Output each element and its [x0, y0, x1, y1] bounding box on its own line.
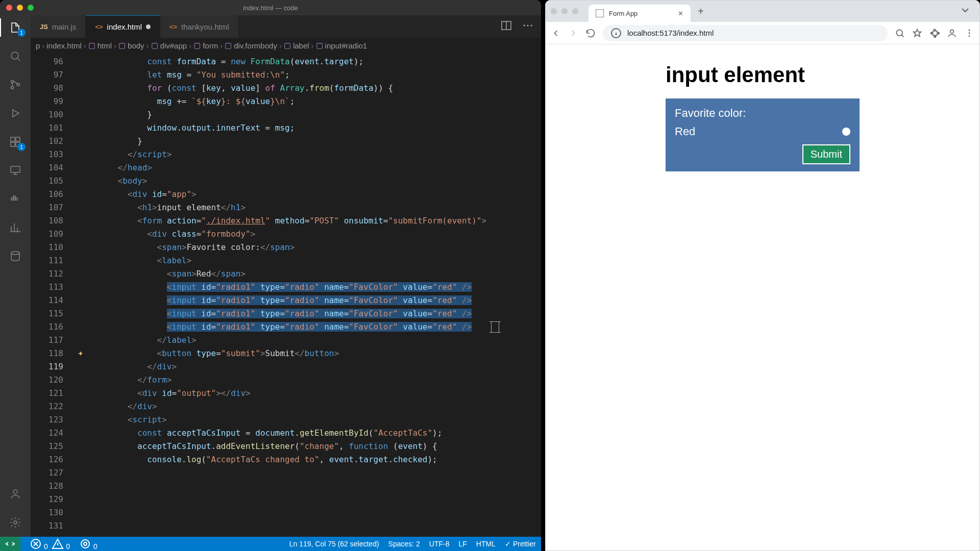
breadcrumb-segment[interactable]: div#app [160, 41, 187, 50]
breadcrumb-segment[interactable]: html [97, 41, 112, 50]
breadcrumb-segment[interactable]: body [128, 41, 144, 50]
tab-thankyou-html[interactable]: <> thankyou.html [160, 15, 239, 38]
breadcrumb-segment[interactable]: label [293, 41, 309, 50]
zoom-icon[interactable] [895, 28, 905, 38]
tab-label: index.html [107, 22, 142, 31]
code-line[interactable]: acceptTaCsInput.addEventListener("change… [98, 440, 541, 453]
svg-point-26 [969, 29, 970, 31]
run-debug-icon[interactable] [8, 106, 22, 120]
extensions-icon[interactable] [929, 28, 940, 38]
js-file-icon: JS [40, 23, 48, 31]
source-control-icon[interactable] [8, 78, 22, 92]
status-ports[interactable]: 0 [79, 538, 97, 550]
docker-icon[interactable] [8, 192, 22, 206]
window-title: index.html — code [243, 4, 298, 12]
account-icon[interactable] [8, 487, 22, 501]
html-file-icon: <> [95, 23, 103, 31]
code-line[interactable]: </label> [98, 334, 541, 347]
more-actions-icon[interactable] [522, 19, 534, 34]
back-icon[interactable] [551, 28, 561, 38]
code-line[interactable]: } [98, 108, 541, 121]
code-line[interactable]: <form action="./index.html" method="POST… [98, 214, 541, 228]
maximize-icon[interactable] [572, 8, 578, 14]
code-line[interactable]: <script> [98, 413, 541, 427]
status-cursor[interactable]: Ln 119, Col 75 (62 selected) [289, 540, 379, 548]
minimize-icon[interactable] [561, 8, 568, 14]
editor[interactable]: 9697989910010110210310410510610710810911… [31, 53, 541, 537]
remote-indicator[interactable] [0, 537, 20, 551]
svg-point-22 [81, 540, 89, 548]
svg-point-2 [11, 87, 14, 89]
browser-tab[interactable]: Form App ✕ [589, 5, 691, 22]
code-line[interactable]: window.output.innerText = msg; [98, 121, 541, 135]
code-line[interactable]: } [98, 135, 541, 148]
status-spaces[interactable]: Spaces: 2 [388, 540, 420, 548]
graph-icon[interactable] [8, 220, 22, 235]
split-editor-icon[interactable] [500, 19, 512, 34]
code-line[interactable]: </form> [98, 373, 541, 387]
radio-option-red[interactable]: Red [675, 125, 850, 138]
code-line[interactable]: const formData = new FormData(event.targ… [98, 55, 541, 68]
code-line[interactable]: </div> [98, 360, 541, 373]
address-bar[interactable]: localhost:5173/index.html [603, 25, 888, 41]
close-icon[interactable] [551, 8, 557, 14]
favicon-icon [596, 9, 604, 17]
database-icon[interactable] [8, 249, 22, 263]
code-line[interactable]: <h1>input element</h1> [98, 201, 541, 214]
code-line[interactable]: <div id="output"></div> [98, 387, 541, 400]
radio-icon[interactable] [842, 128, 850, 136]
extensions-icon[interactable]: 1 [8, 135, 22, 149]
reload-icon[interactable] [585, 28, 596, 38]
bookmark-icon[interactable] [912, 28, 922, 38]
code-line[interactable]: </script> [98, 148, 541, 161]
code-line[interactable]: const acceptTaCsInput = document.getElem… [98, 427, 541, 440]
new-tab-button[interactable]: + [694, 6, 708, 17]
close-icon[interactable] [6, 5, 12, 11]
code-line[interactable]: </div> [98, 400, 541, 413]
minimize-icon[interactable] [17, 5, 23, 11]
gear-icon[interactable] [8, 515, 22, 530]
svg-point-21 [84, 542, 87, 545]
breadcrumb[interactable]: p › index.html › ▢ html › ▢ body › ▢ div… [31, 38, 541, 53]
code-line[interactable]: console.log("AcceptTaCs changed to", eve… [98, 453, 541, 466]
forward-icon[interactable] [568, 28, 578, 38]
code-line[interactable]: <input id="radio1" type="radio" name="Fa… [98, 307, 541, 320]
traffic-lights [551, 8, 578, 14]
tab-index-html[interactable]: <> index.html [86, 15, 160, 38]
status-encoding[interactable]: UTF-8 [429, 540, 450, 548]
breadcrumb-segment[interactable]: div.formbody [234, 41, 277, 50]
status-eol[interactable]: LF [459, 540, 467, 548]
status-lang[interactable]: HTML [476, 540, 496, 548]
status-problems[interactable]: 0 0 [30, 538, 70, 550]
code-line[interactable]: <body> [98, 174, 541, 188]
status-prettier[interactable]: ✓ Prettier [505, 540, 536, 548]
tab-label: thankyou.html [181, 22, 229, 31]
code-line[interactable]: let msg = "You submitted:\n"; [98, 68, 541, 82]
code-line[interactable]: <span>Red</span> [98, 267, 541, 281]
code-line[interactable]: <input id="radio1" type="radio" name="Fa… [98, 320, 541, 334]
code-line[interactable]: for (const [key, value] of Array.from(fo… [98, 82, 541, 95]
close-tab-icon[interactable]: ✕ [678, 10, 683, 17]
explorer-icon[interactable]: 1 [8, 20, 22, 35]
maximize-icon[interactable] [28, 5, 34, 11]
breadcrumb-segment[interactable]: input#radio1 [325, 41, 368, 50]
code-line[interactable]: <label> [98, 254, 541, 267]
breadcrumb-segment[interactable]: index.html [46, 41, 81, 50]
code-line[interactable]: <div id="app"> [98, 188, 541, 201]
chevron-down-icon[interactable] [959, 4, 974, 18]
breadcrumb-segment[interactable]: p [36, 41, 40, 50]
search-icon[interactable] [8, 49, 22, 63]
code-line[interactable]: <div class="formbody"> [98, 228, 541, 241]
code-line[interactable]: </head> [98, 161, 541, 174]
code-line[interactable]: msg += `${key}: ${value}\n`; [98, 95, 541, 108]
code-line[interactable]: <input id="radio1" type="radio" name="Fa… [98, 281, 541, 294]
breadcrumb-segment[interactable]: form [203, 41, 218, 50]
submit-button[interactable]: Submit [802, 144, 850, 164]
code-line[interactable]: <span>Favorite color:</span> [98, 241, 541, 254]
tab-main-js[interactable]: JS main.js [31, 15, 86, 38]
code-line[interactable]: <button type="submit">Submit</button> [98, 347, 541, 360]
remote-explorer-icon[interactable] [8, 163, 22, 178]
code-line[interactable]: <input id="radio1" type="radio" name="Fa… [98, 294, 541, 307]
menu-icon[interactable] [964, 28, 974, 38]
profile-icon[interactable] [947, 28, 957, 38]
